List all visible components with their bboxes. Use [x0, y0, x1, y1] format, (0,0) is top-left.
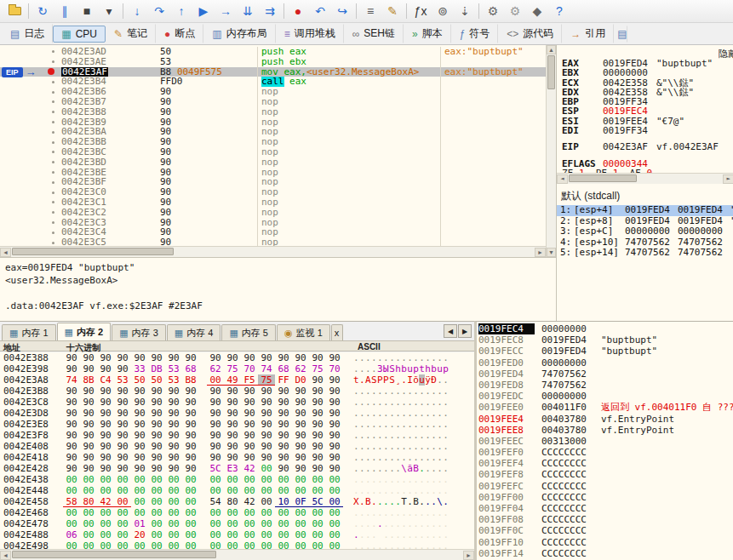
registers-hscrollbar-right-arrow[interactable]: ►: [723, 174, 733, 184]
hex-byte[interactable]: 00: [97, 507, 114, 518]
disasm-row[interactable]: 0042E3BD90nop: [0, 157, 546, 168]
hex-byte[interactable]: 00: [80, 529, 97, 540]
breakpoint-gutter[interactable]: [0, 97, 60, 107]
hex-byte[interactable]: 00: [182, 507, 199, 518]
hex-byte[interactable]: 00: [207, 507, 224, 518]
hex-byte[interactable]: 75: [309, 363, 326, 374]
execute-till-return-button[interactable]: ↑: [170, 2, 192, 20]
breakpoint-gutter[interactable]: [0, 227, 60, 237]
hex-byte[interactable]: 00: [182, 485, 199, 496]
disasm-row[interactable]: 0042E3C290nop: [0, 208, 546, 218]
hex-byte[interactable]: 90: [148, 397, 165, 408]
hex-byte[interactable]: 00: [275, 529, 292, 540]
hexdump-row[interactable]: 0042E458588042000000000054804200100F5C00…: [0, 496, 474, 507]
hex-byte[interactable]: 90: [224, 430, 241, 441]
hex-byte[interactable]: 90: [165, 408, 182, 419]
dump-tab-partial[interactable]: x: [331, 324, 343, 340]
hexdump-row[interactable]: 0042E44800000000000000000000000000000000…: [0, 485, 474, 496]
dump-tab-memory-1[interactable]: ▦内存 1: [2, 324, 56, 340]
hex-byte[interactable]: 90: [241, 386, 258, 397]
hex-byte[interactable]: 90: [309, 352, 326, 363]
help-button[interactable]: ?: [548, 2, 570, 20]
hex-byte[interactable]: FF: [275, 374, 292, 386]
hex-byte[interactable]: 90: [80, 419, 97, 430]
notes-button[interactable]: ✎: [381, 2, 404, 20]
register-row-eflags[interactable]: EFLAGS00000344: [562, 159, 733, 169]
hex-byte[interactable]: 90: [275, 419, 292, 430]
hex-byte[interactable]: 90: [63, 452, 80, 463]
disasm-row[interactable]: 0042E3C190nop: [0, 197, 546, 208]
trace-button[interactable]: ⊚: [432, 2, 454, 20]
arg-row[interactable]: 1:[esp+4]0019FED40019FED4"b: [557, 205, 733, 216]
disassembly-pane[interactable]: 0042E3AD50push eaxeax:"buptbupt"0042E3AE…: [0, 45, 546, 257]
tab-call-stack[interactable]: ≡调用堆栈: [276, 24, 344, 43]
tab-log[interactable]: ▤日志: [2, 24, 53, 43]
hex-byte[interactable]: C4: [97, 374, 114, 386]
hex-byte[interactable]: 00: [241, 529, 258, 540]
hex-byte[interactable]: 90: [114, 452, 131, 463]
hex-byte[interactable]: 90: [207, 441, 224, 452]
hex-byte[interactable]: 00: [114, 507, 131, 518]
hex-byte[interactable]: 90: [224, 408, 241, 419]
hex-byte[interactable]: 00: [207, 518, 224, 529]
hex-byte[interactable]: 90: [258, 352, 275, 363]
hex-byte[interactable]: 00: [241, 518, 258, 529]
hex-byte[interactable]: 90: [292, 419, 309, 430]
hex-byte[interactable]: 00: [258, 463, 275, 474]
hex-byte[interactable]: 90: [224, 419, 241, 430]
stack-row[interactable]: 0019FEDC00000000: [477, 391, 733, 402]
hex-byte[interactable]: 00: [309, 507, 326, 518]
settings-gear-button[interactable]: ⚙: [482, 2, 504, 20]
hex-byte[interactable]: 01: [131, 518, 148, 529]
hex-byte[interactable]: 90: [309, 463, 326, 474]
hex-byte[interactable]: 90: [131, 419, 148, 430]
hex-byte[interactable]: 00: [63, 507, 80, 518]
arg-row[interactable]: 2:[esp+8]0019FED40019FED4"b: [557, 216, 733, 227]
dump-hscrollbar-right-arrow[interactable]: ►: [463, 551, 474, 560]
hex-byte[interactable]: 90: [309, 441, 326, 452]
hex-byte[interactable]: 90: [309, 386, 326, 397]
register-row-eax[interactable]: EAX0019FED4"buptbupt": [562, 59, 733, 68]
hex-byte[interactable]: 90: [275, 463, 292, 474]
dump-hscrollbar[interactable]: ◄►: [0, 549, 474, 560]
stack-row[interactable]: 0019FEF8CCCCCCCC: [477, 469, 733, 480]
hex-byte[interactable]: 00: [131, 496, 148, 507]
hex-byte[interactable]: 90: [275, 397, 292, 408]
breakpoint-gutter[interactable]: [0, 137, 60, 147]
hex-byte[interactable]: 90: [326, 441, 343, 452]
hex-byte[interactable]: 00: [182, 518, 199, 529]
hex-byte[interactable]: 90: [326, 408, 343, 419]
hex-byte[interactable]: 53: [165, 374, 182, 386]
hex-byte[interactable]: 00: [326, 474, 343, 485]
hex-byte[interactable]: 00: [148, 485, 165, 496]
hex-byte[interactable]: 00: [114, 529, 131, 540]
tab-breakpoints[interactable]: ●断点: [156, 24, 203, 43]
hex-byte[interactable]: 90: [63, 463, 80, 474]
hex-byte[interactable]: 00: [241, 485, 258, 496]
stack-row[interactable]: 0019FF10CCCCCCCC: [477, 537, 733, 548]
hex-byte[interactable]: 00: [114, 518, 131, 529]
hex-byte[interactable]: 90: [165, 419, 182, 430]
hex-byte[interactable]: 42: [241, 463, 258, 474]
breakpoint-gutter[interactable]: [0, 208, 60, 218]
hex-byte[interactable]: 90: [275, 352, 292, 363]
hex-byte[interactable]: 00: [80, 518, 97, 529]
hex-byte[interactable]: 90: [182, 352, 199, 363]
hex-byte[interactable]: 90: [258, 452, 275, 463]
breakpoint-gutter[interactable]: [0, 147, 60, 157]
hex-byte[interactable]: 00: [97, 529, 114, 540]
dump-hscrollbar-track[interactable]: [11, 550, 463, 560]
hex-byte[interactable]: 90: [114, 386, 131, 397]
step-over-button[interactable]: ↷: [148, 2, 170, 20]
arg-row[interactable]: 5:[esp+14]7470756274707562: [557, 248, 733, 259]
hex-byte[interactable]: 50: [148, 374, 165, 386]
hex-byte[interactable]: 90: [258, 419, 275, 430]
stack-row[interactable]: 0019FEC80019FED4"buptbupt": [477, 334, 733, 346]
hex-byte[interactable]: 00: [148, 518, 165, 529]
hex-byte[interactable]: 90: [97, 452, 114, 463]
hex-byte[interactable]: 90: [292, 452, 309, 463]
disasm-row[interactable]: 0042E3BF90nop: [0, 177, 546, 187]
hex-byte[interactable]: 90: [97, 386, 114, 397]
register-row-edi[interactable]: EDI0019FF34: [562, 126, 733, 135]
tab-script[interactable]: »脚本: [404, 24, 451, 43]
